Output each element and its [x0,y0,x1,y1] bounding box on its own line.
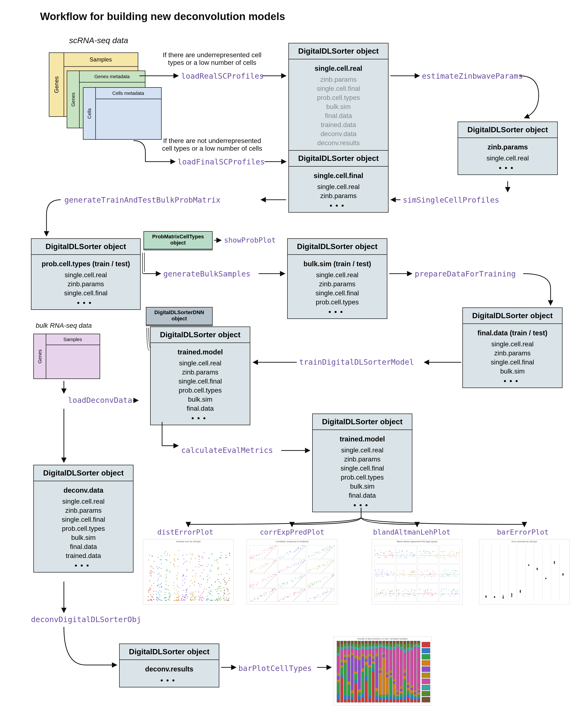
plot-barErrorPlot: Error summary by cell type [479,539,570,605]
svg-line-11 [307,589,334,602]
dnn-mini-box: DigitalDLSorterDNN object [146,307,213,326]
scrnaseq-label: scRNA-seq data [69,36,128,45]
fn-generateTrainAndTestBulkProbMatrix: generateTrainAndTestBulkProbMatrix [64,195,220,205]
fn-corrExpPredPlot: corrExpPredPlot [260,528,324,536]
svg-line-4 [278,560,306,573]
bulk-label: bulk RNA-seq data [36,322,92,330]
plot-corrExpPredPlot: Correlation: Expected vs Predicted [247,539,337,605]
ddls-box-single-cell-final: DigitalDLSorter objectsingle.cell.finals… [288,150,388,213]
fn-showProbPlot: showProbPlot [224,236,276,244]
fn-trainDigitalDLSorterModel: trainDigitalDLSorterModel [299,358,414,366]
fn-generateBulkSamples: generateBulkSamples [163,269,251,278]
fn-barPlotCellTypes: barPlotCellTypes [238,664,312,673]
ddls-box-deconv-results: DigitalDLSorter objectdeconv.results••• [119,644,219,688]
ddls-box-trained-model-eval: DigitalDLSorter objecttrained.modelsingl… [312,414,412,512]
ddls-box-trained-model: DigitalDLSorter objecttrained.modelsingl… [150,327,250,425]
page-title: Workflow for building new deconvolution … [40,10,285,22]
ddls-box-prob-cell-types: DigitalDLSorter objectprob.cell.types (t… [31,238,141,310]
ddls-box-final-data: DigitalDLSorter objectfinal.data (train … [462,308,563,388]
fn-simSingleCellProfiles: simSingleCellProfiles [403,195,499,205]
bulk-panel: Genes Samples [34,334,100,379]
svg-line-3 [250,560,277,573]
ddls-box-single-cell-real: DigitalDLSorter objectsingle.cell.realzi… [288,43,388,151]
fn-loadRealSCProfiles: loadRealSCProfiles [181,71,264,81]
condition-1: If there are underrepresented cell types… [148,51,276,66]
svg-line-8 [307,574,334,588]
fn-prepareDataForTraining: prepareDataForTraining [415,269,516,278]
plot-blandAltmanLehPlot: Bland-Altman Agreement Plot (log2 space) [372,539,462,605]
fn-loadFinalSCProfiles: loadFinalSCProfiles [177,157,265,166]
ddls-box-zinb-params: DigitalDLSorter objectzinb.paramssingle.… [458,122,558,175]
plot-barPlotCellTypes: Results of deconvolution on real / simul… [334,636,432,706]
fn-deconvDigitalDLSorterObj: deconvDigitalDLSorterObj [31,615,141,624]
sc-panel-cells-meta: Cells Cells metadata [83,87,162,140]
svg-line-6 [250,574,277,588]
fn-calculateEvalMetrics: calculateEvalMetrics [181,446,273,455]
fn-distErrorPlot: distErrorPlot [157,528,213,536]
condition-2: If there are not underrepresented cell t… [148,137,276,152]
plot-distErrorPlot: Absolute error by cell type [143,539,234,605]
ddls-box-bulk-sim: DigitalDLSorter objectbulk.sim (train / … [287,238,387,319]
fn-barErrorPlot: barErrorPlot [497,528,549,536]
probmatrix-mini-box: ProbMatrixCellTypes object [144,231,213,250]
svg-line-1 [278,545,306,559]
fn-blandAltmanLehPlot: blandAltmanLehPlot [373,528,450,536]
fn-loadDeconvData: loadDeconvData [68,396,132,405]
svg-line-0 [250,545,277,559]
svg-line-2 [307,545,334,559]
fn-estimateZinbwaveParams: estimateZinbwaveParams [422,71,523,81]
ddls-box-deconv-data: DigitalDLSorter objectdeconv.datasingle.… [34,465,133,572]
svg-line-5 [307,560,334,573]
